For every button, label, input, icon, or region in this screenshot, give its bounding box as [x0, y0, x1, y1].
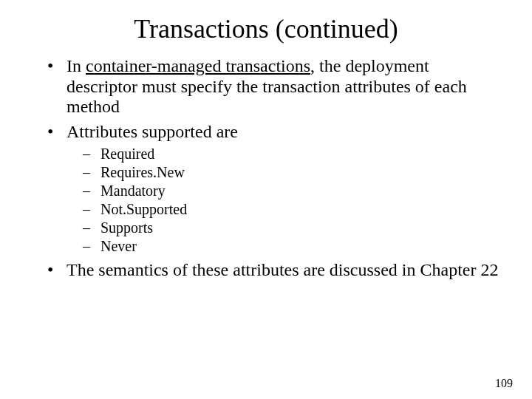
text-fragment: Attributes supported are [66, 122, 238, 141]
slide-body: In container-managed transactions, the d… [0, 56, 532, 281]
sub-list: Required Requires.New Mandatory Not.Supp… [66, 145, 502, 256]
bullet-item: In container-managed transactions, the d… [40, 56, 502, 117]
sub-item: Requires.New [83, 163, 502, 182]
bullet-item: Attributes supported are Required Requir… [40, 122, 502, 256]
sub-item: Required [83, 145, 502, 163]
bullet-item: The semantics of these attributes are di… [40, 260, 502, 281]
text-fragment: In [66, 56, 86, 75]
page-number: 109 [495, 377, 513, 390]
sub-item: Supports [83, 219, 502, 237]
underlined-term: container-managed transactions [86, 56, 310, 75]
sub-item: Not.Supported [83, 200, 502, 219]
slide: Transactions (continued) In container-ma… [0, 0, 532, 399]
slide-title: Transactions (continued) [0, 0, 532, 52]
bullet-list: In container-managed transactions, the d… [40, 56, 502, 281]
sub-item: Never [83, 237, 502, 256]
sub-item: Mandatory [83, 182, 502, 200]
